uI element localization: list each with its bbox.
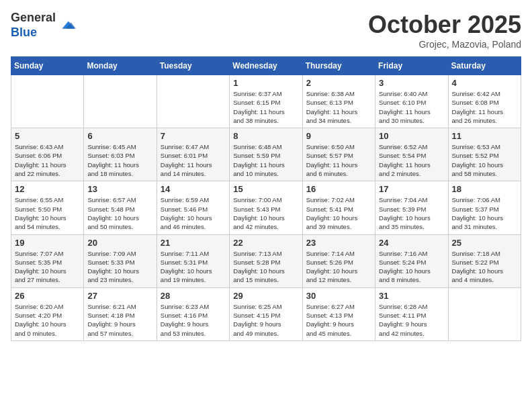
day-info: Sunrise: 7:13 AM Sunset: 5:28 PM Dayligh… — [233, 249, 298, 285]
day-info: Sunrise: 6:25 AM Sunset: 4:15 PM Dayligh… — [233, 302, 298, 338]
calendar-week-row: 26Sunrise: 6:20 AM Sunset: 4:20 PM Dayli… — [11, 287, 521, 340]
day-number: 24 — [379, 238, 444, 248]
calendar-week-row: 19Sunrise: 7:07 AM Sunset: 5:35 PM Dayli… — [11, 234, 521, 287]
calendar-cell: 19Sunrise: 7:07 AM Sunset: 5:35 PM Dayli… — [11, 234, 84, 287]
day-info: Sunrise: 6:50 AM Sunset: 5:57 PM Dayligh… — [306, 142, 371, 178]
day-number: 18 — [452, 184, 517, 194]
day-number: 2 — [306, 78, 371, 88]
day-number: 3 — [379, 78, 444, 88]
day-info: Sunrise: 6:59 AM Sunset: 5:46 PM Dayligh… — [161, 195, 226, 231]
day-info: Sunrise: 6:21 AM Sunset: 4:18 PM Dayligh… — [87, 302, 152, 338]
calendar-cell: 7Sunrise: 6:47 AM Sunset: 6:01 PM Daylig… — [157, 128, 229, 181]
day-info: Sunrise: 7:00 AM Sunset: 5:43 PM Dayligh… — [233, 195, 298, 231]
calendar-cell: 9Sunrise: 6:50 AM Sunset: 5:57 PM Daylig… — [302, 128, 375, 181]
calendar-cell: 29Sunrise: 6:25 AM Sunset: 4:15 PM Dayli… — [230, 287, 302, 340]
calendar-cell — [448, 287, 521, 340]
calendar-week-row: 1Sunrise: 6:37 AM Sunset: 6:15 PM Daylig… — [11, 75, 521, 128]
day-number: 26 — [15, 291, 80, 301]
day-number: 29 — [233, 291, 298, 301]
calendar-cell: 6Sunrise: 6:45 AM Sunset: 6:03 PM Daylig… — [84, 128, 157, 181]
calendar-cell: 5Sunrise: 6:43 AM Sunset: 6:06 PM Daylig… — [11, 128, 84, 181]
day-info: Sunrise: 7:16 AM Sunset: 5:24 PM Dayligh… — [379, 249, 444, 285]
day-header-sunday: Sunday — [11, 57, 84, 75]
day-number: 9 — [306, 131, 371, 141]
logo-general: General — [11, 11, 56, 24]
day-number: 27 — [87, 291, 152, 301]
day-number: 19 — [15, 238, 80, 248]
calendar-cell: 12Sunrise: 6:55 AM Sunset: 5:50 PM Dayli… — [11, 181, 84, 234]
calendar-header-row: SundayMondayTuesdayWednesdayThursdayFrid… — [11, 57, 521, 75]
calendar-cell: 10Sunrise: 6:52 AM Sunset: 5:54 PM Dayli… — [375, 128, 448, 181]
day-number: 23 — [306, 238, 371, 248]
day-info: Sunrise: 6:38 AM Sunset: 6:13 PM Dayligh… — [306, 89, 371, 125]
day-info: Sunrise: 6:27 AM Sunset: 4:13 PM Dayligh… — [306, 302, 371, 338]
calendar-cell: 21Sunrise: 7:11 AM Sunset: 5:31 PM Dayli… — [157, 234, 229, 287]
day-header-thursday: Thursday — [302, 57, 375, 75]
day-header-tuesday: Tuesday — [157, 57, 229, 75]
day-number: 10 — [379, 131, 444, 141]
day-info: Sunrise: 6:37 AM Sunset: 6:15 PM Dayligh… — [233, 89, 298, 125]
day-number: 13 — [87, 184, 152, 194]
calendar-cell — [11, 75, 84, 128]
day-info: Sunrise: 7:14 AM Sunset: 5:26 PM Dayligh… — [306, 249, 371, 285]
day-number: 11 — [452, 131, 517, 141]
calendar-cell: 17Sunrise: 7:04 AM Sunset: 5:39 PM Dayli… — [375, 181, 448, 234]
day-info: Sunrise: 6:57 AM Sunset: 5:48 PM Dayligh… — [87, 195, 152, 231]
day-number: 30 — [306, 291, 371, 301]
calendar-cell: 8Sunrise: 6:48 AM Sunset: 5:59 PM Daylig… — [230, 128, 302, 181]
calendar-cell: 18Sunrise: 7:06 AM Sunset: 5:37 PM Dayli… — [448, 181, 521, 234]
day-info: Sunrise: 6:47 AM Sunset: 6:01 PM Dayligh… — [161, 142, 226, 178]
day-info: Sunrise: 7:11 AM Sunset: 5:31 PM Dayligh… — [161, 249, 226, 285]
calendar-cell: 23Sunrise: 7:14 AM Sunset: 5:26 PM Dayli… — [302, 234, 375, 287]
location: Grojec, Mazovia, Poland — [368, 39, 521, 50]
day-header-friday: Friday — [375, 57, 448, 75]
calendar-cell: 20Sunrise: 7:09 AM Sunset: 5:33 PM Dayli… — [84, 234, 157, 287]
day-number: 4 — [452, 78, 517, 88]
day-number: 7 — [161, 131, 226, 141]
day-number: 17 — [379, 184, 444, 194]
logo-icon — [57, 16, 76, 35]
calendar-cell: 14Sunrise: 6:59 AM Sunset: 5:46 PM Dayli… — [157, 181, 229, 234]
page-header: General Blue October 2025 Grojec, Mazovi… — [11, 11, 521, 50]
day-info: Sunrise: 7:09 AM Sunset: 5:33 PM Dayligh… — [87, 249, 152, 285]
day-number: 1 — [233, 78, 298, 88]
calendar-week-row: 5Sunrise: 6:43 AM Sunset: 6:06 PM Daylig… — [11, 128, 521, 181]
day-number: 16 — [306, 184, 371, 194]
calendar-cell: 28Sunrise: 6:23 AM Sunset: 4:16 PM Dayli… — [157, 287, 229, 340]
day-number: 5 — [15, 131, 80, 141]
day-info: Sunrise: 7:07 AM Sunset: 5:35 PM Dayligh… — [15, 249, 80, 285]
calendar-cell: 31Sunrise: 6:28 AM Sunset: 4:11 PM Dayli… — [375, 287, 448, 340]
day-info: Sunrise: 6:43 AM Sunset: 6:06 PM Dayligh… — [15, 142, 80, 178]
day-number: 21 — [161, 238, 226, 248]
day-header-wednesday: Wednesday — [230, 57, 302, 75]
calendar-cell: 2Sunrise: 6:38 AM Sunset: 6:13 PM Daylig… — [302, 75, 375, 128]
calendar-cell: 22Sunrise: 7:13 AM Sunset: 5:28 PM Dayli… — [230, 234, 302, 287]
calendar-table: SundayMondayTuesdayWednesdayThursdayFrid… — [11, 56, 521, 341]
logo-blue: Blue — [11, 26, 37, 39]
calendar-cell — [157, 75, 229, 128]
day-header-monday: Monday — [84, 57, 157, 75]
day-number: 15 — [233, 184, 298, 194]
day-number: 28 — [161, 291, 226, 301]
calendar-cell: 27Sunrise: 6:21 AM Sunset: 4:18 PM Dayli… — [84, 287, 157, 340]
calendar-cell: 30Sunrise: 6:27 AM Sunset: 4:13 PM Dayli… — [302, 287, 375, 340]
day-number: 20 — [87, 238, 152, 248]
title-block: October 2025 Grojec, Mazovia, Poland — [368, 11, 521, 50]
calendar-cell: 13Sunrise: 6:57 AM Sunset: 5:48 PM Dayli… — [84, 181, 157, 234]
day-number: 14 — [161, 184, 226, 194]
day-info: Sunrise: 6:45 AM Sunset: 6:03 PM Dayligh… — [87, 142, 152, 178]
day-info: Sunrise: 6:42 AM Sunset: 6:08 PM Dayligh… — [452, 89, 517, 125]
calendar-cell: 1Sunrise: 6:37 AM Sunset: 6:15 PM Daylig… — [230, 75, 302, 128]
calendar-cell: 24Sunrise: 7:16 AM Sunset: 5:24 PM Dayli… — [375, 234, 448, 287]
calendar-week-row: 12Sunrise: 6:55 AM Sunset: 5:50 PM Dayli… — [11, 181, 521, 234]
calendar-cell — [84, 75, 157, 128]
day-info: Sunrise: 6:28 AM Sunset: 4:11 PM Dayligh… — [379, 302, 444, 338]
day-info: Sunrise: 6:48 AM Sunset: 5:59 PM Dayligh… — [233, 142, 298, 178]
day-header-saturday: Saturday — [448, 57, 521, 75]
calendar-cell: 4Sunrise: 6:42 AM Sunset: 6:08 PM Daylig… — [448, 75, 521, 128]
calendar-cell: 15Sunrise: 7:00 AM Sunset: 5:43 PM Dayli… — [230, 181, 302, 234]
logo: General Blue — [11, 11, 76, 40]
day-info: Sunrise: 6:53 AM Sunset: 5:52 PM Dayligh… — [452, 142, 517, 178]
day-info: Sunrise: 6:52 AM Sunset: 5:54 PM Dayligh… — [379, 142, 444, 178]
calendar-cell: 11Sunrise: 6:53 AM Sunset: 5:52 PM Dayli… — [448, 128, 521, 181]
